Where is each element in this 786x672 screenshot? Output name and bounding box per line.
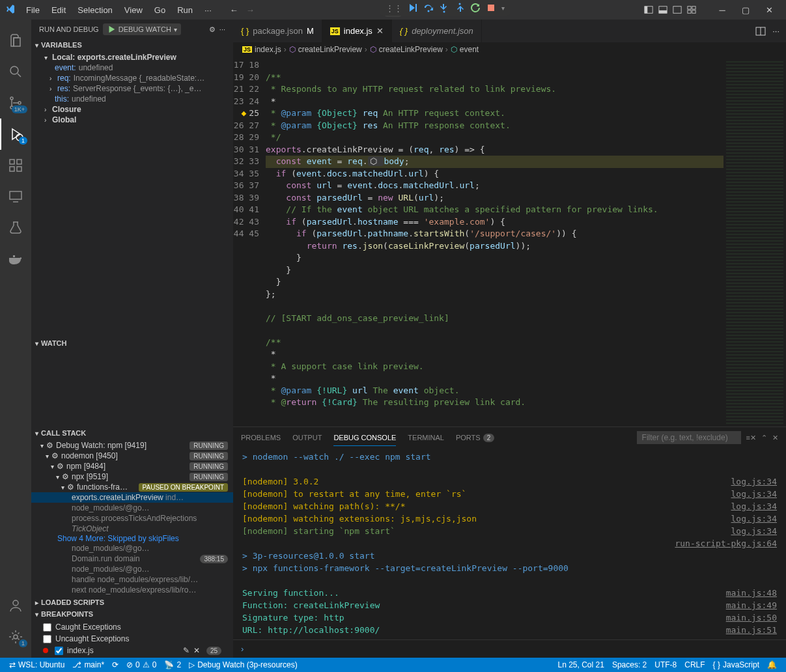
debug-config-chevron[interactable]: ▾ xyxy=(501,5,505,12)
variables-header[interactable]: VARIABLES xyxy=(31,39,233,51)
svg-point-28 xyxy=(14,635,18,639)
drag-handle-icon[interactable]: ⋮⋮ xyxy=(386,3,402,13)
panel-tab-problems[interactable]: PROBLEMS xyxy=(241,430,281,445)
collapse-panel-icon[interactable]: ⌃ xyxy=(761,434,767,442)
launch-config-selector[interactable]: Debug Watch ▾ xyxy=(103,23,181,35)
debug-status[interactable]: ▷ Debug Watch (3p-resources) xyxy=(185,660,302,669)
step-over-icon[interactable] xyxy=(423,3,434,13)
language-mode[interactable]: { } JavaScript xyxy=(709,660,763,669)
svg-rect-18 xyxy=(10,160,14,164)
sync-status[interactable]: ⟳ xyxy=(108,660,122,669)
docker-icon[interactable] xyxy=(0,244,31,275)
watch-header[interactable]: WATCH xyxy=(31,337,233,349)
step-out-icon[interactable] xyxy=(455,3,465,13)
console-filter-input[interactable] xyxy=(637,431,741,444)
menu-run[interactable]: Run xyxy=(172,3,198,18)
panel-tab-output[interactable]: OUTPUT xyxy=(292,430,322,445)
sidebar-title: RUN AND DEBUG xyxy=(39,25,99,33)
debug-console[interactable]: > nodemon --watch ./ --exec npm start [n… xyxy=(233,448,786,639)
more-actions-icon[interactable]: ··· xyxy=(772,26,779,36)
status-bar: ⇄WSL: Ubuntu ⎇main* ⟳ ⊘ 0 ⚠ 0 📡 2 ▷ Debu… xyxy=(0,658,786,672)
testing-icon[interactable] xyxy=(0,212,31,244)
code-editor[interactable]: /** * Responds to any HTTP request relat… xyxy=(266,57,723,427)
sidebar-title-row: RUN AND DEBUG Debug Watch ▾ ⚙ ··· xyxy=(31,20,233,39)
accounts-icon[interactable] xyxy=(0,590,31,621)
explorer-icon[interactable] xyxy=(0,25,31,56)
nav-back-icon[interactable]: ← xyxy=(230,5,238,15)
panel-tab-terminal[interactable]: TERMINAL xyxy=(408,430,444,445)
layout-sidebar-right-icon[interactable] xyxy=(673,5,682,14)
breakpoints-header[interactable]: BREAKPOINTS xyxy=(31,608,233,620)
menu-edit[interactable]: Edit xyxy=(46,3,71,18)
breakpoint-checkbox[interactable] xyxy=(55,647,63,655)
minimize-button[interactable]: ─ xyxy=(710,0,734,20)
breakpoint-line-badge: 25 xyxy=(206,647,221,655)
title-bar: FileEditSelectionViewGoRun··· ← → ⋮⋮ ▾ t… xyxy=(0,0,786,20)
svg-rect-20 xyxy=(17,167,21,171)
layout-sidebar-left-icon[interactable] xyxy=(644,5,653,14)
clear-console-icon[interactable]: ≡✕ xyxy=(746,434,756,442)
edit-icon[interactable]: ✎ xyxy=(183,646,189,655)
git-branch[interactable]: ⎇main* xyxy=(68,660,108,669)
svg-rect-7 xyxy=(659,10,667,13)
layout-panel-icon[interactable] xyxy=(658,5,667,14)
restart-icon[interactable] xyxy=(470,3,481,13)
tab-index.js[interactable]: JSindex.js✕ xyxy=(322,20,392,42)
svg-rect-19 xyxy=(10,167,14,171)
maximize-button[interactable]: ▢ xyxy=(734,0,757,20)
search-icon[interactable] xyxy=(0,56,31,87)
caught-exceptions-checkbox[interactable] xyxy=(43,623,51,632)
ports-status[interactable]: 📡 2 xyxy=(160,660,185,669)
vscode-logo-icon xyxy=(5,4,16,16)
chevron-down-icon: ▾ xyxy=(174,26,177,33)
svg-rect-10 xyxy=(692,7,695,9)
tab-deployment.json[interactable]: { }deployment.json xyxy=(392,20,482,42)
cursor-position[interactable]: Ln 25, Col 21 xyxy=(554,660,608,669)
close-panel-icon[interactable]: ✕ xyxy=(772,434,778,442)
step-into-icon[interactable] xyxy=(439,3,449,13)
caught-exceptions-label: Caught Exceptions xyxy=(55,623,121,632)
layout-customize-icon[interactable] xyxy=(687,5,696,14)
notifications-icon[interactable]: 🔔 xyxy=(763,660,781,669)
gear-icon[interactable]: ⚙ xyxy=(209,25,216,34)
panel-tab-debug-console[interactable]: DEBUG CONSOLE xyxy=(333,430,396,446)
menu-···[interactable]: ··· xyxy=(199,3,217,18)
menu-go[interactable]: Go xyxy=(149,3,171,18)
nav-forward-icon[interactable]: → xyxy=(246,5,255,15)
run-debug-icon[interactable]: 1 xyxy=(0,119,31,150)
remote-explorer-icon[interactable] xyxy=(0,181,31,212)
menu-file[interactable]: File xyxy=(21,3,45,18)
svg-point-27 xyxy=(13,600,18,606)
source-control-badge: 1K+ xyxy=(12,105,27,113)
panel-tab-ports[interactable]: PORTS2 xyxy=(456,430,494,445)
breadcrumb[interactable]: JS index.js›⬡ createLinkPreview›⬡ create… xyxy=(233,42,786,57)
eol[interactable]: CRLF xyxy=(681,660,709,669)
svg-point-1 xyxy=(443,11,445,13)
console-input-row[interactable]: › xyxy=(233,639,786,658)
stop-icon[interactable] xyxy=(486,3,496,13)
svg-rect-26 xyxy=(13,255,15,257)
callstack-header[interactable]: CALL STACK xyxy=(31,427,233,439)
split-editor-icon[interactable] xyxy=(755,26,766,36)
remote-indicator[interactable]: ⇄WSL: Ubuntu xyxy=(5,660,68,669)
svg-rect-21 xyxy=(17,160,21,164)
breakpoint-file: index.js xyxy=(67,646,94,655)
menu-view[interactable]: View xyxy=(119,3,148,18)
tab-package.json[interactable]: { }package.jsonM xyxy=(233,20,322,42)
minimap[interactable] xyxy=(723,57,786,427)
uncaught-exceptions-checkbox[interactable] xyxy=(43,635,51,643)
close-button[interactable]: ✕ xyxy=(757,0,781,20)
menu-selection[interactable]: Selection xyxy=(72,3,117,18)
loaded-scripts-header[interactable]: LOADED SCRIPTS xyxy=(31,596,233,608)
breakpoints-body: Caught Exceptions Uncaught Exceptions in… xyxy=(31,620,233,658)
source-control-icon[interactable]: 1K+ xyxy=(0,87,31,119)
breakpoint-row[interactable]: index.js ✎✕25 xyxy=(31,645,233,656)
settings-gear-icon[interactable]: 1 xyxy=(0,621,31,652)
extensions-icon[interactable] xyxy=(0,150,31,181)
more-icon[interactable]: ··· xyxy=(219,25,225,33)
continue-icon[interactable] xyxy=(408,3,418,13)
encoding[interactable]: UTF-8 xyxy=(651,660,681,669)
problems-status[interactable]: ⊘ 0 ⚠ 0 xyxy=(122,660,160,669)
remove-icon[interactable]: ✕ xyxy=(193,646,200,655)
indentation[interactable]: Spaces: 2 xyxy=(608,660,651,669)
